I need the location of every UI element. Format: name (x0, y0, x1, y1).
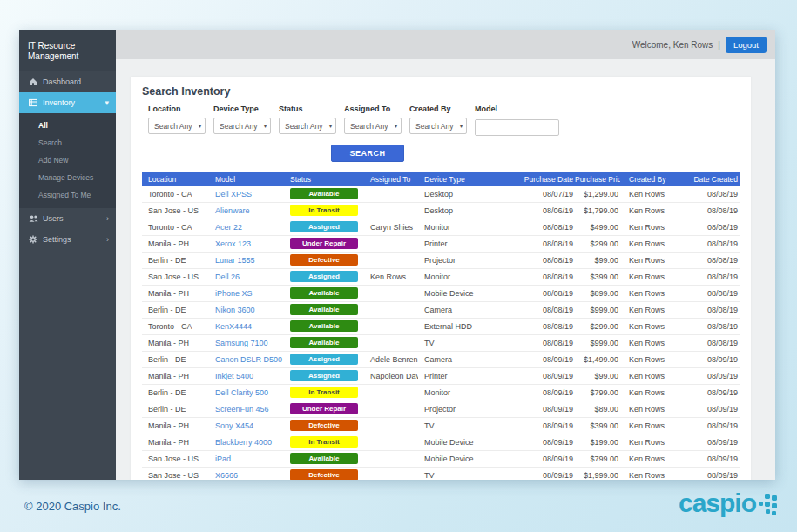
cell-location: San Jose - US (142, 206, 209, 215)
model-link[interactable]: X6666 (215, 471, 238, 480)
submenu-item-all[interactable]: All (19, 117, 116, 134)
select-assigned-to[interactable]: Search Any▾ (344, 118, 402, 134)
cell-created_by: Ken Rows (620, 388, 683, 397)
cell-location: Toronto - CA (142, 223, 209, 232)
table-row: Berlin - DELunar 1555DefectiveProjector0… (142, 253, 740, 269)
sidebar-item-settings[interactable]: Settings › (19, 229, 116, 250)
cell-location: Manila - PH (142, 421, 209, 430)
inventory-table: LocationModelStatusAssigned ToDevice Typ… (142, 172, 740, 481)
form-field-status: StatusSearch Any▾ (279, 104, 336, 136)
select-created-by[interactable]: Search Any▾ (409, 118, 467, 134)
model-link[interactable]: Nikon 3600 (215, 306, 255, 314)
cell-purchase_date: 08/09/19 (490, 421, 575, 430)
sidebar-item-label: Dashboard (43, 77, 109, 86)
model-link[interactable]: Dell 26 (215, 273, 240, 281)
sidebar-item-dashboard[interactable]: Dashboard (19, 71, 116, 92)
cell-created_by: Ken Rows (620, 273, 683, 281)
model-link[interactable]: iPad (215, 455, 231, 463)
table-row: San Jose - USiPadAvailableMobile Device0… (142, 451, 740, 468)
cell-model: X6666 (209, 471, 284, 480)
cell-location: Berlin - DE (142, 405, 209, 414)
status-badge: Available (290, 453, 358, 464)
submenu-item-add-new[interactable]: Add New (19, 152, 116, 169)
model-link[interactable]: ScreenFun 456 (215, 405, 269, 414)
cell-location: Berlin - DE (142, 256, 209, 265)
submenu-item-search[interactable]: Search (19, 134, 116, 152)
cell-device_type: Desktop (418, 190, 490, 199)
model-link[interactable]: KenX4444 (215, 322, 252, 331)
cell-created_by: Ken Rows (620, 239, 683, 248)
topbar: Welcome, Ken Rows | Logout (116, 30, 775, 59)
select-location[interactable]: Search Any▾ (148, 118, 206, 134)
cell-model: Lunar 1555 (209, 256, 284, 265)
model-input[interactable] (475, 119, 559, 136)
cell-created_by: Ken Rows (620, 322, 683, 331)
gear-icon (28, 235, 38, 244)
cell-model: Nikon 3600 (209, 306, 284, 314)
select-status[interactable]: Search Any▾ (279, 118, 336, 134)
sidebar-item-inventory[interactable]: Inventory ▾ (19, 92, 116, 113)
search-button[interactable]: SEARCH (331, 145, 404, 162)
cell-status: Defective (284, 420, 364, 431)
model-link[interactable]: Dell XPSS (215, 190, 252, 199)
cell-purchase_date: 08/09/19 (490, 405, 575, 414)
table-row: San Jose - USAlienwareIn TransitDesktop0… (142, 203, 740, 219)
cell-created_by: Ken Rows (620, 405, 683, 414)
cell-created_by: Ken Rows (620, 206, 683, 215)
status-badge: Defective (290, 469, 358, 480)
model-link[interactable]: Xerox 123 (215, 239, 251, 248)
form-field-created-by: Created BySearch Any▾ (409, 104, 467, 136)
submenu-item-assigned-to-me[interactable]: Assigned To Me (19, 186, 116, 204)
model-link[interactable]: Inkjet 5400 (215, 372, 253, 380)
model-link[interactable]: Dell Clarity 500 (215, 388, 268, 397)
cell-device_type: TV (418, 421, 490, 430)
select-device-type[interactable]: Search Any▾ (213, 118, 271, 134)
cell-purchase_date: 08/07/19 (490, 190, 575, 199)
content-area: Search Inventory LocationSearch Any▾Devi… (116, 59, 775, 480)
model-link[interactable]: Alienware (215, 206, 250, 215)
cell-device_type: Projector (418, 405, 490, 414)
cell-purchase_date: 08/08/19 (490, 223, 575, 232)
cell-created_by: Ken Rows (620, 438, 683, 447)
page-title: Search Inventory (142, 85, 740, 98)
cell-purchase_date: 08/08/19 (490, 289, 575, 298)
cell-date_created: 08/08/19 (683, 223, 740, 232)
sidebar-item-users[interactable]: Users › (19, 208, 116, 229)
table-row: Berlin - DEDell Clarity 500In TransitMon… (142, 385, 740, 401)
model-link[interactable]: Acer 22 (215, 223, 242, 232)
chevron-down-icon: ▾ (105, 98, 109, 107)
column-header: Location (142, 175, 209, 184)
table-body: Toronto - CADell XPSSAvailableDesktop08/… (142, 186, 740, 481)
cell-model: iPhone XS (209, 289, 284, 298)
model-link[interactable]: Canon DSLR D500 (215, 355, 282, 364)
model-link[interactable]: Sony X454 (215, 421, 253, 430)
form-field-assigned-to: Assigned ToSearch Any▾ (344, 104, 402, 136)
form-field-model: Model (475, 104, 559, 136)
cell-purchase_date: 08/06/19 (490, 206, 575, 215)
model-link[interactable]: Samsung 7100 (215, 339, 268, 347)
cell-device_type: Camera (418, 355, 490, 364)
app-title: IT Resource Management (19, 30, 116, 71)
chevron-down-icon: ▾ (199, 118, 201, 135)
field-label: Status (279, 104, 336, 113)
status-badge: Assigned (290, 271, 358, 282)
cell-location: Manila - PH (142, 438, 209, 447)
table-row: Manila - PHSamsung 7100AvailableTV08/08/… (142, 335, 740, 352)
model-link[interactable]: Blackberry 4000 (215, 438, 272, 447)
cell-date_created: 08/09/19 (683, 372, 740, 380)
column-header: Created By (620, 175, 683, 184)
cell-model: Samsung 7100 (209, 339, 284, 347)
model-link[interactable]: iPhone XS (215, 289, 253, 298)
logout-button[interactable]: Logout (726, 37, 767, 53)
status-badge: Available (290, 320, 358, 332)
status-badge: Under Repair (290, 403, 358, 414)
model-link[interactable]: Lunar 1555 (215, 256, 255, 265)
chevron-down-icon: ▾ (264, 118, 267, 135)
table-row: Manila - PHSony X454DefectiveTV08/09/19$… (142, 418, 740, 434)
cell-device_type: Monitor (418, 388, 490, 397)
cell-purchase_date: 08/08/19 (490, 256, 575, 265)
cell-date_created: 08/08/19 (683, 239, 740, 248)
table-row: Berlin - DENikon 3600AvailableCamera08/0… (142, 302, 740, 319)
submenu-item-manage-devices[interactable]: Manage Devices (19, 169, 116, 186)
users-icon (28, 214, 38, 223)
